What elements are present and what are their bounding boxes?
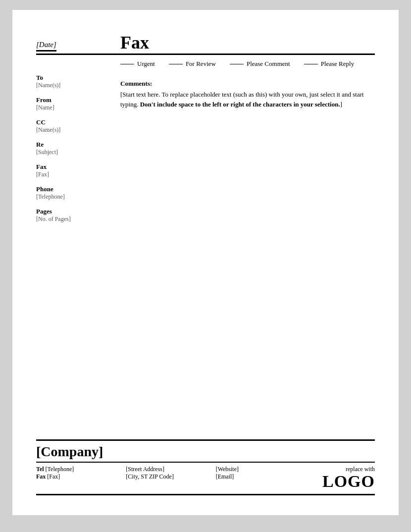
- field-to-label: To: [36, 74, 110, 82]
- checkbox-urgent-label: Urgent: [137, 60, 155, 68]
- footer-fax-label: Fax: [36, 473, 46, 480]
- field-fax-label: Fax: [36, 163, 110, 171]
- footer-info-row: Tel [Telephone] Fax [Fax] [Street Addres…: [36, 466, 375, 490]
- checkbox-please-comment-label: Please Comment: [247, 60, 290, 68]
- field-re-value[interactable]: [Subject]: [36, 149, 110, 156]
- footer-fax-value[interactable]: [Fax]: [47, 473, 60, 480]
- field-phone: Phone [Telephone]: [36, 185, 110, 201]
- footer-left: Tel [Telephone] Fax [Fax]: [36, 466, 126, 480]
- checkbox-please-reply-label: Please Reply: [321, 60, 355, 68]
- checkbox-line-please-reply: [304, 64, 318, 64]
- logo-block: replace with LOGO: [306, 466, 375, 490]
- footer-tel-label: Tel: [36, 466, 44, 473]
- footer-website[interactable]: [Website]: [216, 466, 239, 473]
- header-section: [Date] Fax: [36, 34, 375, 52]
- field-phone-label: Phone: [36, 185, 110, 193]
- field-from-value[interactable]: [Name]: [36, 104, 110, 111]
- footer-street-address[interactable]: [Street Address]: [126, 466, 164, 473]
- checkboxes-row: Urgent For Review Please Comment Please …: [120, 60, 375, 68]
- field-to-value[interactable]: [Name(s)]: [36, 82, 110, 89]
- company-name[interactable]: [Company]: [36, 444, 375, 460]
- field-fax: Fax [Fax]: [36, 163, 110, 178]
- top-divider: [36, 53, 375, 55]
- date-block: [Date]: [36, 40, 115, 52]
- date-field[interactable]: [Date]: [36, 41, 56, 52]
- field-cc-label: CC: [36, 118, 110, 126]
- field-pages: Pages [No. of Pages]: [36, 208, 110, 223]
- comments-section: Comments: [Start text here. To replace p…: [120, 79, 375, 109]
- footer-email[interactable]: [Email]: [216, 473, 234, 480]
- field-pages-value[interactable]: [No. of Pages]: [36, 215, 110, 223]
- right-column: Comments: [Start text here. To replace p…: [115, 74, 375, 439]
- checkbox-urgent[interactable]: Urgent: [120, 60, 155, 68]
- checkbox-for-review[interactable]: For Review: [169, 60, 216, 68]
- left-column: To [Name(s)] From [Name] CC [Name(s)] Re…: [36, 74, 115, 439]
- checkbox-please-comment[interactable]: Please Comment: [230, 60, 290, 68]
- checkbox-line-please-comment: [230, 64, 244, 64]
- logo-big-text: LOGO: [306, 473, 375, 490]
- fax-title: Fax: [115, 34, 375, 52]
- footer-middle: [Street Address] [City, ST ZIP Code]: [126, 466, 215, 480]
- field-from-label: From: [36, 96, 110, 104]
- comments-text-bold: Don't include space to the left or right…: [140, 101, 340, 108]
- field-from: From [Name]: [36, 96, 110, 111]
- checkbox-line-for-review: [169, 64, 183, 64]
- comments-body[interactable]: [Start text here. To replace placeholder…: [120, 90, 375, 109]
- field-cc-value[interactable]: [Name(s)]: [36, 126, 110, 134]
- footer-divider: [36, 462, 375, 463]
- footer-tel-value[interactable]: [Telephone]: [46, 466, 74, 473]
- field-re-label: Re: [36, 141, 110, 149]
- footer-city-state-zip[interactable]: [City, ST ZIP Code]: [126, 473, 174, 480]
- fax-page: [Date] Fax Urgent For Review Please Comm…: [12, 10, 399, 515]
- footer-right-col: [Website] [Email]: [216, 466, 306, 480]
- checkbox-for-review-label: For Review: [186, 60, 216, 68]
- footer-area: [Company] Tel [Telephone] Fax [Fax] [Str…: [36, 439, 375, 495]
- main-content: To [Name(s)] From [Name] CC [Name(s)] Re…: [36, 74, 375, 439]
- field-to: To [Name(s)]: [36, 74, 110, 89]
- field-cc: CC [Name(s)]: [36, 118, 110, 134]
- checkbox-please-reply[interactable]: Please Reply: [304, 60, 355, 68]
- comments-text-end: ]: [340, 101, 342, 108]
- field-re: Re [Subject]: [36, 141, 110, 156]
- field-pages-label: Pages: [36, 208, 110, 215]
- field-fax-value[interactable]: [Fax]: [36, 171, 110, 178]
- comments-label: Comments:: [120, 80, 152, 87]
- field-phone-value[interactable]: [Telephone]: [36, 193, 110, 201]
- bottom-divider: [36, 494, 375, 495]
- checkbox-line-urgent: [120, 64, 134, 64]
